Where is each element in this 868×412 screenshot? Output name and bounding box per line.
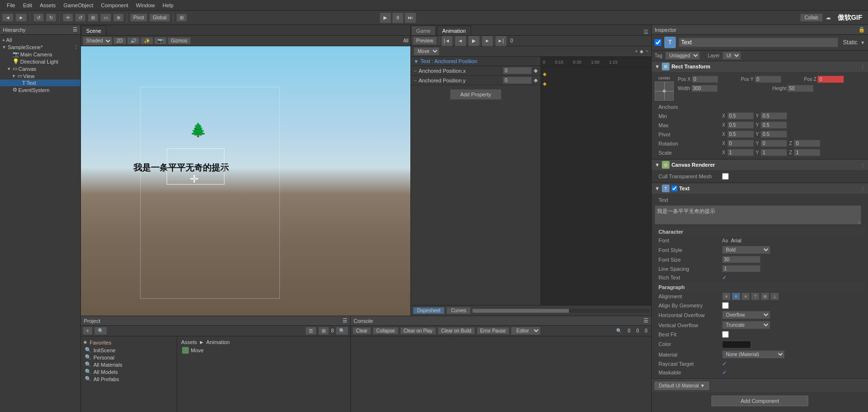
color-swatch[interactable] [722,341,751,348]
forward-btn[interactable]: ► [15,13,27,22]
hier-text[interactable]: T Text [0,80,80,86]
clip-select[interactable]: Move [414,47,439,55]
anchor-control[interactable]: center [655,76,674,101]
shading-mode-select[interactable]: Shaded [83,37,112,45]
hier-plus-icon[interactable]: + [2,37,5,43]
hier-scene-menu[interactable]: ⋮ [73,44,79,50]
timeline-scrollbar[interactable] [473,309,649,313]
prop-x-key-btn[interactable]: ◆ [534,67,538,74]
project-all-prefabs[interactable]: 🔍 All Prefabs [83,375,175,383]
align-right-btn[interactable]: ≡ [741,292,750,300]
text-component-header[interactable]: ▼ T Text ⋮ [652,183,868,194]
curves-btn[interactable]: Curves [447,307,471,314]
project-favorites[interactable]: ★ Favorites [83,338,175,346]
layer-select[interactable]: UI [723,52,741,60]
text-comp-checkbox[interactable] [671,186,677,191]
prop-y-key-btn[interactable]: ◆ [534,77,538,83]
max-x-input[interactable] [727,121,754,129]
text-content-textarea[interactable]: 我是一条平平无奇的提示 [655,205,861,225]
font-style-select[interactable]: Bold [722,246,770,254]
tab-scene[interactable]: Scene [81,26,106,35]
rect-btn[interactable]: ▭ [100,13,111,22]
project-all-materials[interactable]: 🔍 All Materials [83,361,175,368]
play-btn[interactable]: ▶ [380,13,391,23]
prop-x-input[interactable] [503,67,532,74]
console-menu-icon[interactable]: ☰ [644,318,648,324]
tab-animation[interactable]: Animation [437,26,471,35]
clear-on-build-btn[interactable]: Clear on Build [438,327,475,334]
asset-move[interactable]: Move [179,346,348,355]
clear-btn[interactable]: Clear [353,327,371,334]
dopesheet-btn[interactable]: Dopesheet [413,307,445,314]
line-spacing-input[interactable] [722,265,761,272]
project-add-btn[interactable]: + [83,327,92,335]
scale-y-input[interactable] [761,149,787,156]
collapse-btn[interactable]: Collapse [373,327,398,334]
min-y-input[interactable] [761,112,787,120]
height-input[interactable] [787,85,814,92]
effects-btn[interactable]: ✨ [141,37,153,44]
gizmos-btn[interactable]: Gizmos [168,37,191,44]
global-btn[interactable]: Global [149,13,170,22]
align-middle-btn[interactable]: ⊟ [761,292,769,300]
min-x-input[interactable] [727,112,754,120]
obj-active-checkbox[interactable] [655,39,661,46]
project-menu-icon[interactable]: ☰ [342,318,347,324]
breadcrumb-assets[interactable]: Assets [181,339,197,345]
scale-z-input[interactable] [794,149,820,156]
project-search-btn[interactable]: 🔍 [94,327,107,335]
font-size-input[interactable] [722,256,761,263]
cr-menu-icon[interactable]: ⋮ [860,162,865,168]
hier-view[interactable]: ▼ ▭ View [0,72,80,80]
anim-curve-icon[interactable]: ~ [645,49,648,54]
menu-component[interactable]: Component [97,2,132,8]
search-console-icon[interactable]: 🔍 [616,328,622,333]
default-material-btn[interactable]: Default UI Material ▼ [655,382,709,390]
align-bottom-btn[interactable]: ⊥ [770,292,779,300]
hier-canvas[interactable]: ▼ ▭ Canvas [0,65,80,72]
max-y-input[interactable] [761,121,787,129]
anim-key-icon[interactable]: ◆ [640,49,644,54]
menu-gameobject[interactable]: GameObject [60,2,97,8]
back-btn[interactable]: ◄ [2,13,13,22]
pos-z-input[interactable] [817,76,844,83]
error-pause-btn[interactable]: Error Pause [477,327,509,334]
align-geometry-checkbox[interactable] [722,302,729,309]
scale-x-input[interactable] [727,149,754,156]
anchor-visual[interactable] [655,81,674,101]
hierarchy-menu-icon[interactable]: ☰ [73,27,78,33]
transform-btn[interactable]: ⊕ [113,13,124,22]
breadcrumb-anim[interactable]: Animation [206,339,230,345]
pos-x-input[interactable] [692,76,718,83]
text-comp-menu-icon[interactable]: ⋮ [860,186,865,191]
2d-btn[interactable]: 2D [113,37,126,44]
anim-beginning-btn[interactable]: |◄ [441,36,453,46]
rt-menu-icon[interactable]: ⋮ [860,64,865,69]
hier-directional-light[interactable]: 💡 Directional Light [0,58,80,65]
obj-static-arrow[interactable]: ▼ [860,40,865,45]
maskable-check[interactable]: ✓ [722,369,727,376]
rotate-btn[interactable]: ↺ [75,13,86,22]
hier-eventsystem[interactable]: ⚙ EventSystem [0,86,80,93]
rot-z-input[interactable] [794,140,820,147]
anim-end-btn[interactable]: ►| [495,36,507,46]
align-top-btn[interactable]: ⊤ [751,292,760,300]
anim-play-btn[interactable]: ▶ [468,36,480,46]
pos-y-input[interactable] [755,76,781,83]
move-handle[interactable]: ✛ [190,173,198,186]
add-component-btn[interactable]: Add Component [711,396,809,406]
scene-camera-btn[interactable]: 📷 [154,37,167,44]
menu-window[interactable]: Window [132,2,158,8]
scale-btn[interactable]: ⊞ [88,13,98,22]
hier-main-camera[interactable]: 📷 Main Camera [0,51,80,58]
collab-btn[interactable]: Collab [800,13,822,22]
horiz-overflow-select[interactable]: Overflow [722,311,770,319]
rot-y-input[interactable] [761,140,787,147]
pause-btn[interactable]: ⏸ [392,13,404,23]
anim-panel-menu[interactable]: ☰ [644,29,651,35]
hier-sample-scene[interactable]: ▼ SampleScene* ⋮ [0,43,80,51]
menu-help[interactable]: Help [158,2,177,8]
clear-on-play-btn[interactable]: Clear on Play [400,327,436,334]
undo-btn[interactable]: ↺ [33,13,44,22]
project-personal[interactable]: 🔍 Personal [83,354,175,361]
